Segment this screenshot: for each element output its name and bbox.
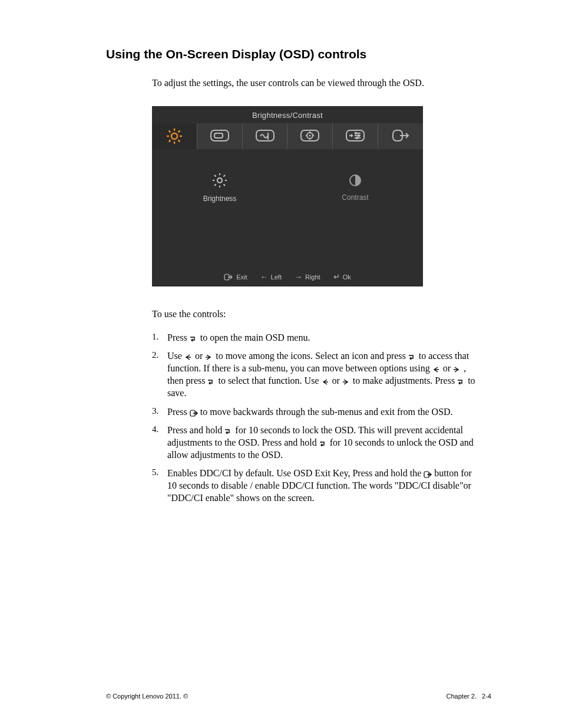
page-number: 2-4 <box>482 693 491 700</box>
svg-line-9 <box>168 131 170 133</box>
options-icon <box>345 129 365 143</box>
enter-icon <box>408 354 416 361</box>
footer-exit: Exit <box>224 274 247 281</box>
enter-icon <box>190 335 198 342</box>
copyright-text: © Copyright Lenovo 2011. © <box>106 693 188 700</box>
svg-rect-14 <box>214 133 223 138</box>
contrast-label: Contrast <box>342 193 368 202</box>
monitor-signal-icon <box>255 129 275 143</box>
left-icon <box>432 366 441 373</box>
footer-left-label: Left <box>271 274 282 281</box>
footer-right: → Right <box>295 273 320 281</box>
contrast-icon <box>348 173 362 187</box>
svg-point-19 <box>309 135 311 137</box>
exit-icon <box>190 410 198 417</box>
step-item: 4.Press and hold for 10 seconds to lock … <box>152 424 483 461</box>
svg-line-10 <box>178 140 180 142</box>
step-body: Press to open the main OSD menu. <box>167 331 483 344</box>
step-number: 3. <box>152 406 167 418</box>
exit-tab[interactable] <box>378 123 423 149</box>
lead-text: To use the controls: <box>152 309 562 319</box>
osd-tab-row <box>152 123 423 149</box>
left-arrow-icon: ← <box>260 273 268 281</box>
step-number: 4. <box>152 424 167 461</box>
step-item: 2.Use or to move among the icons. Select… <box>152 350 483 399</box>
step-body: Use or to move among the icons. Select a… <box>167 350 483 399</box>
osd-panel: Brightness/Contrast <box>152 106 423 286</box>
exit-icon <box>424 471 432 478</box>
exit-icon <box>391 129 411 143</box>
image-position-tab[interactable] <box>197 123 243 149</box>
chapter-label: Chapter 2. <box>447 693 477 700</box>
page-heading: Using the On-Screen Display (OSD) contro… <box>106 47 562 61</box>
svg-line-41 <box>224 175 226 177</box>
step-item: 5.Enables DDC/CI by default. Use OSD Exi… <box>152 467 483 504</box>
osd-brightness-col[interactable]: Brightness <box>152 149 287 226</box>
right-icon <box>342 378 351 386</box>
svg-line-38 <box>214 175 216 177</box>
right-arrow-icon: → <box>295 273 302 281</box>
footer-left: ← Left <box>260 273 282 281</box>
exit-small-icon <box>224 274 233 281</box>
image-setup-tab[interactable] <box>243 123 288 149</box>
svg-line-12 <box>178 131 180 133</box>
svg-point-33 <box>217 178 222 183</box>
options-tab[interactable] <box>333 123 378 149</box>
page-footer: © Copyright Lenovo 2011. © Chapter 2. 2-… <box>106 693 491 700</box>
svg-point-28 <box>358 135 359 136</box>
right-icon <box>453 366 461 373</box>
enter-icon <box>207 378 216 386</box>
step-item: 1.Press to open the main OSD menu. <box>152 331 483 344</box>
monitor-icon <box>210 129 230 143</box>
osd-title: Brightness/Contrast <box>152 106 423 123</box>
step-number: 5. <box>152 467 167 504</box>
steps-list: 1.Press to open the main OSD menu.2.Use … <box>152 331 483 504</box>
monitor-gear-icon <box>300 129 320 143</box>
svg-point-4 <box>171 133 177 139</box>
svg-line-40 <box>214 185 216 186</box>
enter-icon <box>224 428 233 435</box>
sun-icon <box>166 127 183 145</box>
image-properties-tab[interactable] <box>287 123 333 149</box>
chapter-page: Chapter 2. 2-4 <box>447 693 491 700</box>
right-icon <box>205 354 213 361</box>
enter-icon <box>457 378 465 386</box>
brightness-label: Brightness <box>203 195 237 203</box>
intro-text: To adjust the settings, the user control… <box>152 78 458 88</box>
footer-right-label: Right <box>305 274 320 281</box>
osd-contrast-col[interactable]: Contrast <box>287 149 423 226</box>
footer-exit-label: Exit <box>236 274 247 281</box>
svg-point-30 <box>356 137 358 139</box>
svg-rect-13 <box>211 130 229 141</box>
osd-footer: Exit ← Left → Right ↵ Ok <box>152 267 423 286</box>
step-body: Press to move backwards through the sub-… <box>167 406 483 418</box>
enter-arrow-icon: ↵ <box>333 273 340 281</box>
step-number: 1. <box>152 331 167 344</box>
step-item: 3.Press to move backwards through the su… <box>152 406 483 418</box>
left-icon <box>184 354 193 361</box>
step-body: Press and hold for 10 seconds to lock th… <box>167 424 483 461</box>
svg-line-11 <box>168 140 170 142</box>
step-body: Enables DDC/CI by default. Use OSD Exit … <box>167 467 483 504</box>
step-number: 2. <box>152 350 167 399</box>
svg-line-39 <box>224 185 226 186</box>
brightness-icon <box>211 172 228 189</box>
brightness-contrast-tab[interactable] <box>152 123 197 149</box>
enter-icon <box>319 440 328 447</box>
osd-body: Brightness Contrast <box>152 149 423 226</box>
footer-ok-label: Ok <box>343 274 351 281</box>
left-icon <box>322 378 330 386</box>
footer-ok: ↵ Ok <box>333 273 351 281</box>
svg-rect-15 <box>256 130 274 141</box>
svg-point-26 <box>355 133 356 134</box>
